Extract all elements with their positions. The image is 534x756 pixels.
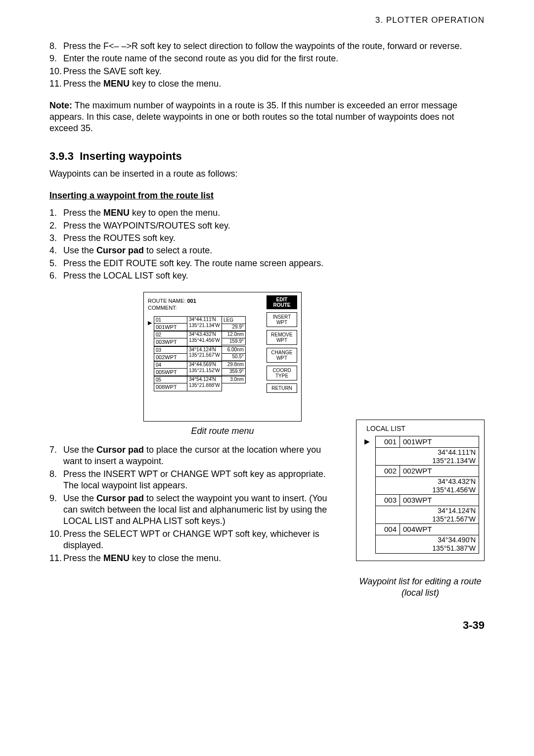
step-item: 5.Press the EDIT ROUTE soft key. The rou… [49, 258, 485, 269]
route-row[interactable]: 03002WPT34°14.124'N135°21.567'W6.00nm50.… [148, 346, 297, 361]
route-col-index-name: 05008WPT [154, 376, 187, 391]
step-item: 6.Press the LOCAL LIST soft key. [49, 270, 485, 282]
row-pointer-icon [361, 466, 376, 495]
row-pointer-icon [148, 346, 154, 361]
section-heading: Inserting waypoints [80, 150, 182, 162]
step-number: 9. [49, 53, 63, 64]
step-number: 7. [49, 444, 63, 468]
route-col-index-name: 01001WPT [154, 316, 187, 331]
local-list-row[interactable]: 003003WPT [361, 495, 479, 506]
route-col-leg: 12.0nm159.9° [222, 331, 246, 346]
step-text: Press the SAVE soft key. [63, 66, 485, 77]
route-name-label: ROUTE NAME: [148, 298, 185, 304]
local-list-table: ▶001001WPT34°44.111'N135°21.134'W002002W… [361, 436, 479, 553]
steps-b-list: 1.Press the MENU key to open the menu.2.… [49, 207, 485, 282]
local-list-row[interactable]: 004004WPT [361, 524, 479, 535]
step-item: 8.Press the INSERT WPT or CHANGE WPT sof… [49, 469, 336, 492]
section-title: 3.9.3 Inserting waypoints [49, 149, 485, 164]
local-row-wpt: 002WPT [400, 466, 479, 477]
route-table: ▶01001WPT34°44.111'N135°21.134'WLEG29.9°… [148, 316, 297, 391]
step-item: 2.Press the WAYPOINTS/ROUTES soft key. [49, 220, 485, 232]
local-row-coords: 34°34.490'N135°51.387'W [376, 535, 479, 553]
step-text: Enter the route name of the second route… [63, 53, 485, 64]
row-pointer-icon [148, 361, 154, 376]
local-list-row-coords: 34°44.111'N135°21.134'W [361, 447, 479, 466]
step-item: 11.Press the MENU key to close the menu. [49, 553, 336, 564]
route-row[interactable]: 05008WPT34°54.124'N135°21.888'W3.0nm [148, 376, 297, 391]
emphasis: Cursor pad [96, 493, 144, 503]
section-number: 3.9.3 [49, 150, 74, 162]
step-item: 4.Use the Cursor pad to select a route. [49, 245, 485, 256]
step-number: 6. [49, 270, 63, 282]
step-text: Press the INSERT WPT or CHANGE WPT soft … [63, 469, 336, 492]
note-label: Note: [49, 100, 72, 110]
page-header: 3. PLOTTER OPERATION [49, 15, 485, 26]
step-text: Press the SELECT WPT or CHANGE WPT soft … [63, 528, 336, 552]
local-list-row[interactable]: ▶001001WPT [361, 436, 479, 448]
local-list-caption: Waypoint list for editing a route (local… [356, 576, 485, 599]
route-name-value: 001 [187, 298, 196, 304]
step-item: 10.Press the SELECT WPT or CHANGE WPT so… [49, 528, 336, 552]
step-number: 1. [49, 207, 63, 219]
step-text: Press the MENU key to open the menu. [63, 207, 485, 219]
step-number: 11. [49, 78, 63, 90]
emphasis: Cursor pad [96, 245, 144, 255]
step-item: 9.Enter the route name of the second rou… [49, 53, 485, 64]
local-row-coords: 34°44.111'N135°21.134'W [376, 447, 479, 466]
local-list-row-coords: 34°34.490'N135°51.387'W [361, 535, 479, 553]
route-row[interactable]: 02003WPT34°43.432'N135°41.456'W12.0nm159… [148, 331, 297, 346]
page-number: 3-39 [49, 618, 485, 633]
step-number: 8. [49, 41, 63, 52]
route-col-coords: 34°44.569'N135°21.152'W [187, 361, 222, 376]
route-row[interactable]: 04005WPT34°44.569'N135°21.152'W29.8nm359… [148, 361, 297, 376]
step-item: 7.Use the Cursor pad to place the cursor… [49, 444, 336, 468]
subheading: Inserting a waypoint from the route list [49, 190, 485, 201]
softkey-header: EDITROUTE [267, 295, 297, 309]
row-pointer-icon [148, 331, 154, 346]
emphasis: MENU [103, 79, 130, 89]
step-number: 10. [49, 528, 63, 552]
step-item: 3.Press the ROUTES soft key. [49, 233, 485, 244]
row-pointer-icon: ▶ [361, 436, 376, 466]
step-text: Press the F<– –>R soft key to select dir… [63, 41, 485, 52]
route-col-coords: 34°44.111'N135°21.134'W [187, 316, 222, 331]
emphasis: Cursor pad [96, 445, 144, 455]
steps-a-list: 8.Press the F<– –>R soft key to select d… [49, 41, 485, 90]
route-col-coords: 34°54.124'N135°21.888'W [187, 376, 222, 391]
step-item: 1.Press the MENU key to open the menu. [49, 207, 485, 219]
local-list-row[interactable]: 002002WPT [361, 466, 479, 477]
route-col-index-name: 02003WPT [154, 331, 187, 346]
local-row-number: 001 [376, 436, 400, 448]
edit-route-figure: ROUTE NAME: 001 COMMENT: EDITROUTE INSER… [143, 292, 302, 422]
local-row-coords: 34°43.432'N135°41.456'W [376, 476, 479, 495]
local-list-title: LOCAL LIST [366, 424, 479, 433]
row-pointer-icon: ▶ [148, 316, 154, 331]
row-pointer-icon [148, 376, 154, 391]
route-row[interactable]: ▶01001WPT34°44.111'N135°21.134'WLEG29.9° [148, 316, 297, 331]
row-pointer-icon [361, 524, 376, 553]
route-col-leg: 6.00nm50.5° [222, 346, 246, 361]
emphasis: MENU [103, 553, 130, 563]
route-col-coords: 34°43.432'N135°41.456'W [187, 331, 222, 346]
step-text: Press the MENU key to close the menu. [63, 78, 485, 90]
step-number: 4. [49, 245, 63, 256]
step-text: Press the ROUTES soft key. [63, 233, 485, 244]
local-row-wpt: 001WPT [400, 436, 479, 448]
local-row-coords: 34°14.124'N135°21.567'W [376, 506, 479, 524]
note-text: The maximum number of waypoints in a rou… [49, 100, 457, 134]
row-pointer-icon [361, 495, 376, 524]
emphasis: MENU [103, 208, 130, 218]
local-row-number: 003 [376, 495, 400, 506]
step-text: Press the EDIT ROUTE soft key. The route… [63, 258, 485, 269]
local-row-wpt: 003WPT [400, 495, 479, 506]
route-col-leg: 3.0nm [222, 376, 246, 391]
note-paragraph: Note: The maximum number of waypoints in… [49, 100, 485, 135]
local-list-row-coords: 34°14.124'N135°21.567'W [361, 506, 479, 524]
step-number: 5. [49, 258, 63, 269]
step-text: Press the WAYPOINTS/ROUTES soft key. [63, 220, 485, 232]
route-header: ROUTE NAME: 001 COMMENT: [148, 297, 196, 312]
step-text: Use the Cursor pad to select a route. [63, 245, 485, 256]
step-text: Press the MENU key to close the menu. [63, 553, 336, 564]
route-col-index-name: 04005WPT [154, 361, 187, 376]
step-item: 10.Press the SAVE soft key. [49, 66, 485, 77]
